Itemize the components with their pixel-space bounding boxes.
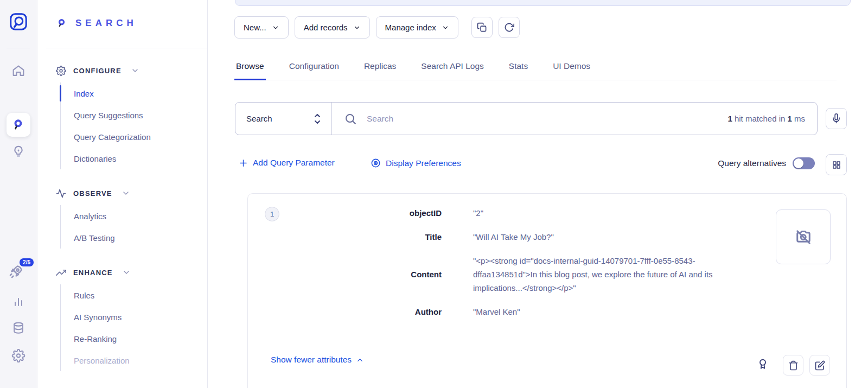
rocket-nav[interactable]: 2/5 (8, 264, 29, 282)
algolia-logo-icon[interactable] (9, 12, 28, 31)
new-button[interactable]: New... (234, 16, 289, 39)
sidebar-item-dictionaries[interactable]: Dictionaries (61, 148, 202, 169)
add-records-label: Add records (304, 23, 348, 32)
add-query-parameter-link[interactable]: Add Query Parameter (239, 158, 335, 168)
grid-icon (832, 160, 841, 170)
algolia-dashboard: 2/5 (0, 0, 868, 388)
refresh-button[interactable] (499, 17, 520, 38)
sidebar-title: SEARCH (56, 17, 137, 29)
search-stats: 1 hit matched in 1 ms (727, 114, 805, 123)
attribute-name: objectID (279, 208, 442, 218)
index-tabs: Browse Configuration Replicas Search API… (234, 55, 837, 80)
search-input-area[interactable]: Search 1 hit matched in 1 ms (332, 103, 817, 135)
attribute-row: Author "Marvel Ken" (279, 305, 759, 319)
sidebar-divider (46, 48, 207, 48)
query-alternatives-label: Query alternatives (718, 158, 786, 168)
attribute-name: Content (279, 270, 442, 279)
edit-icon (815, 360, 825, 371)
voice-search-button[interactable] (826, 108, 847, 129)
edit-record-button[interactable] (809, 355, 830, 376)
hit-card: 1 objectID "2" Title "Will AI Take My Jo… (247, 193, 847, 388)
product-title: SEARCH (75, 18, 137, 29)
sidebar-item-rules[interactable]: Rules (61, 284, 202, 306)
bar-chart-icon[interactable] (12, 295, 25, 308)
attribute-value: "<p><strong id="docs-internal-guid-14079… (473, 254, 756, 295)
section-enhance: ENHANCE Rules AI Synonyms Re-Ranking Per… (56, 262, 202, 371)
gear-icon[interactable] (12, 349, 25, 362)
icon-rail: 2/5 (0, 0, 37, 388)
layout-grid-button[interactable] (826, 154, 847, 175)
search-scope-value: Search (246, 114, 272, 123)
ranking-info-button[interactable] (757, 358, 769, 370)
chevron-down-icon (442, 24, 449, 31)
chevron-down-icon (272, 24, 279, 31)
hit-image-placeholder (776, 209, 831, 264)
chevron-down-icon (353, 24, 361, 31)
new-button-label: New... (244, 23, 266, 32)
chevron-down-icon (131, 66, 139, 75)
search-scope-select[interactable]: Search (235, 103, 332, 135)
display-preferences-link[interactable]: Display Preferences (371, 158, 461, 168)
section-header-enhance[interactable]: ENHANCE (56, 262, 202, 283)
attribute-row: objectID "2" (279, 206, 759, 220)
trending-up-icon (56, 268, 66, 278)
refresh-icon (504, 22, 514, 33)
show-fewer-attributes-link[interactable]: Show fewer attributes (271, 355, 364, 365)
attribute-value: "2" (473, 206, 756, 220)
eye-icon (371, 158, 381, 168)
toggle-knob (794, 158, 803, 168)
home-icon[interactable] (12, 64, 25, 78)
search-input-placeholder: Search (367, 114, 718, 124)
award-icon (757, 358, 769, 370)
attribute-row: Title "Will AI Take My Job?" (279, 230, 759, 244)
hit-rank-badge: 1 (265, 207, 279, 221)
section-label: ENHANCE (73, 269, 113, 277)
query-alternatives-control: Query alternatives (718, 157, 815, 169)
tab-search-api-logs[interactable]: Search API Logs (419, 55, 485, 80)
sidebar-item-analytics[interactable]: Analytics (61, 205, 202, 227)
attribute-row: Content "<p><strong id="docs-internal-gu… (279, 254, 759, 295)
copy-button[interactable] (471, 17, 493, 38)
section-header-configure[interactable]: CONFIGURE (56, 60, 202, 81)
attribute-value: "Marvel Ken" (473, 305, 756, 319)
tab-browse[interactable]: Browse (234, 55, 266, 80)
attribute-name: Title (279, 232, 442, 241)
manage-index-label: Manage index (385, 23, 436, 32)
rail-divider (7, 48, 30, 48)
search-bar: Search Search 1 hit matched in 1 ms (235, 102, 818, 135)
display-preferences-label: Display Preferences (386, 158, 461, 168)
database-icon[interactable] (12, 321, 25, 335)
sidebar-item-re-ranking[interactable]: Re-Ranking (61, 328, 202, 349)
sidebar-item-ai-synonyms[interactable]: AI Synonyms (61, 306, 202, 328)
query-actions-row: Add Query Parameter Display Preferences … (208, 154, 868, 175)
section-observe: OBSERVE Analytics A/B Testing (56, 182, 202, 249)
sidebar-item-query-suggestions[interactable]: Query Suggestions (61, 104, 202, 126)
section-label: CONFIGURE (73, 67, 122, 75)
tab-configuration[interactable]: Configuration (288, 55, 341, 80)
search-nav-active[interactable] (7, 113, 30, 137)
index-selector-partial[interactable] (235, 0, 851, 6)
manage-index-button[interactable]: Manage index (376, 16, 458, 39)
sidebar-item-personalization[interactable]: Personalization (61, 349, 202, 371)
tab-replicas[interactable]: Replicas (362, 55, 398, 80)
section-header-observe[interactable]: OBSERVE (56, 182, 202, 204)
search-icon (344, 112, 357, 125)
query-alternatives-toggle[interactable] (793, 157, 815, 169)
section-label: OBSERVE (73, 189, 112, 198)
microphone-icon (831, 113, 841, 124)
sidebar-item-index[interactable]: Index (61, 82, 202, 104)
delete-record-button[interactable] (783, 355, 803, 376)
chevron-up-down-icon (313, 113, 322, 125)
lightbulb-icon[interactable] (12, 145, 25, 158)
attribute-value: "Will AI Take My Job?" (473, 230, 756, 244)
tab-ui-demos[interactable]: UI Demos (551, 55, 592, 80)
sidebar-item-ab-testing[interactable]: A/B Testing (61, 227, 202, 249)
camera-off-icon (794, 227, 813, 247)
sidebar-item-query-categorization[interactable]: Query Categorization (61, 126, 202, 148)
add-records-button[interactable]: Add records (295, 16, 370, 39)
tab-stats[interactable]: Stats (507, 55, 529, 80)
chevron-up-icon (356, 356, 364, 364)
index-toolbar: New... Add records Manage index (234, 16, 520, 39)
chevron-down-icon (122, 268, 131, 277)
main-content: New... Add records Manage index (208, 0, 868, 388)
